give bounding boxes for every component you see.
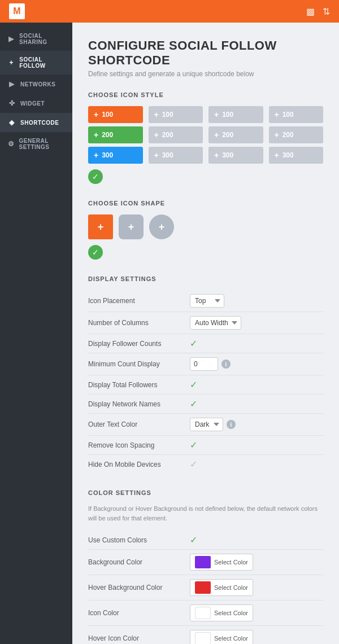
setting-icon-placement-value: TopLeftRight: [190, 294, 323, 308]
display-settings-section: Display Settings Icon Placement TopLeftR…: [88, 275, 323, 474]
sidebar-item-networks[interactable]: ▶ Networks: [0, 75, 72, 94]
setting-network-names-label: Display Network Names: [88, 400, 190, 408]
setting-hide-mobile-label: Hide On Mobile Devices: [88, 461, 190, 468]
hover-background-color-swatch: [195, 581, 211, 594]
outer-text-color-select[interactable]: DarkLight: [190, 418, 223, 431]
setting-icon-placement: Icon Placement TopLeftRight: [88, 290, 323, 312]
icon-btn-200-col3[interactable]: + 200: [208, 126, 263, 143]
sidebar-item-general-settings[interactable]: ⚙ General Settings: [0, 132, 72, 156]
icon-btn-300-col2[interactable]: + 300: [149, 147, 203, 164]
setting-icon-placement-label: Icon Placement: [88, 297, 190, 305]
network-names-check: ✓: [190, 398, 197, 409]
color-hover-background-value: Select Color: [190, 579, 323, 596]
num-columns-select[interactable]: Auto Width123: [190, 316, 241, 330]
color-use-custom-label: Use Custom Colors: [88, 536, 190, 544]
networks-icon: ▶: [8, 80, 16, 88]
hover-icon-color-btn[interactable]: Select Color: [190, 630, 253, 644]
background-color-btn[interactable]: Select Color: [190, 554, 253, 571]
icon-shape-title: Choose Icon Shape: [88, 200, 323, 207]
setting-min-count-label: Minimum Count Display: [88, 360, 190, 368]
icon-btn-100-col2[interactable]: + 100: [149, 106, 203, 123]
color-icon: Icon Color Select Color: [88, 601, 323, 626]
icon-shape-selected-check: ✓: [88, 245, 103, 260]
icon-style-col-2: + 100 + 200 + 300: [149, 106, 203, 164]
color-hover-background-label: Hover Background Color: [88, 584, 190, 592]
color-settings-title: Color Settings: [88, 489, 323, 496]
color-hover-icon: Hover Icon Color Select Color: [88, 626, 323, 644]
icon-btn-100-col3[interactable]: + 100: [208, 106, 263, 123]
icon-btn-200-col4[interactable]: + 200: [269, 126, 324, 143]
color-hover-background: Hover Background Color Select Color: [88, 575, 323, 601]
icon-color-btn[interactable]: Select Color: [190, 604, 253, 621]
setting-remove-spacing-value: ✓: [190, 440, 323, 450]
background-color-swatch: [195, 556, 211, 568]
color-background: Background Color Select Color: [88, 550, 323, 575]
hover-icon-color-swatch: [195, 632, 211, 644]
color-settings-note: If Background or Hover Background is not…: [88, 504, 323, 523]
user-settings-icon[interactable]: ⇅: [323, 6, 330, 17]
color-use-custom-value: ✓: [190, 535, 323, 545]
icon-placement-select[interactable]: TopLeftRight: [190, 294, 224, 308]
shape-btn-rounded[interactable]: +: [119, 214, 144, 239]
setting-outer-text-color-label: Outer Text Color: [88, 420, 190, 428]
settings-icon: ⚙: [8, 140, 15, 148]
shortcode-icon: ◈: [8, 119, 16, 126]
display-settings-title: Display Settings: [88, 275, 323, 282]
icon-btn-300-active[interactable]: + 300: [88, 147, 143, 164]
setting-min-count: Minimum Count Display i: [88, 353, 323, 375]
icon-style-col-4: + 100 + 200 + 300: [269, 106, 324, 164]
color-background-value: Select Color: [190, 554, 323, 571]
icon-shape-section: Choose Icon Shape + + + ✓: [88, 200, 323, 260]
setting-total-followers-label: Display Total Followers: [88, 381, 190, 389]
icon-style-check: ✓: [88, 169, 323, 184]
analytics-icon[interactable]: ▩: [306, 6, 315, 17]
follower-counts-check: ✓: [190, 338, 197, 349]
setting-num-columns-label: Number of Columns: [88, 319, 190, 327]
icon-style-col-1: + 100 + 200 + 300: [88, 106, 143, 164]
setting-num-columns: Number of Columns Auto Width123: [88, 312, 323, 334]
sidebar-item-social-follow[interactable]: + Social Follow: [0, 51, 72, 75]
icon-btn-100-col4[interactable]: + 100: [269, 106, 324, 123]
icon-style-grid: + 100 + 200 + 300 + 100 + 200 + 300 + 10…: [88, 106, 323, 164]
setting-remove-spacing-label: Remove Icon Spacing: [88, 441, 190, 449]
setting-follower-counts-label: Display Follower Counts: [88, 340, 190, 348]
icon-style-selected-check: ✓: [88, 169, 103, 184]
setting-outer-text-color: Outer Text Color DarkLight i: [88, 414, 323, 436]
icon-btn-300-col4[interactable]: + 300: [269, 147, 324, 164]
icon-btn-100-active[interactable]: + 100: [88, 106, 143, 123]
icon-btn-300-col3[interactable]: + 300: [208, 147, 263, 164]
min-count-info-icon[interactable]: i: [221, 360, 231, 369]
sharing-icon: ▶: [8, 35, 15, 43]
setting-follower-counts: Display Follower Counts ✓: [88, 334, 323, 353]
sidebar: ▶ Social Sharing + Social Follow ▶ Netwo…: [0, 23, 72, 644]
color-settings-section: Color Settings If Background or Hover Ba…: [88, 489, 323, 644]
shape-btn-circle[interactable]: +: [149, 214, 174, 239]
icon-style-section: Choose Icon Style + 100 + 200 + 300 + 10…: [88, 91, 323, 184]
sidebar-item-social-sharing[interactable]: ▶ Social Sharing: [0, 27, 72, 51]
setting-network-names-value: ✓: [190, 398, 323, 409]
sidebar-item-widget[interactable]: ✜ Widget: [0, 94, 72, 113]
setting-min-count-value: i: [190, 357, 323, 371]
color-icon-value: Select Color: [190, 604, 323, 621]
icon-color-swatch: [195, 607, 211, 619]
icon-btn-200-col2[interactable]: + 200: [149, 126, 203, 143]
total-followers-check: ✓: [190, 379, 197, 390]
page-subtitle: Define settings and generate a unique sh…: [88, 70, 323, 78]
setting-hide-mobile: Hide On Mobile Devices ✓: [88, 455, 323, 474]
shape-btn-square[interactable]: +: [88, 214, 113, 239]
sidebar-item-shortcode[interactable]: ◈ Shortcode: [0, 113, 72, 132]
icon-btn-200-active[interactable]: + 200: [88, 126, 143, 143]
remove-spacing-check: ✓: [190, 440, 197, 450]
min-count-input[interactable]: [190, 357, 218, 371]
icon-shape-check: ✓: [88, 245, 323, 260]
icon-style-col-3: + 100 + 200 + 300: [208, 106, 263, 164]
color-settings-table: Use Custom Colors ✓ Background Color Sel…: [88, 531, 323, 644]
widget-icon: ✜: [8, 99, 16, 107]
icon-shape-row: + + +: [88, 214, 323, 239]
setting-network-names: Display Network Names ✓: [88, 395, 323, 414]
outer-text-info-icon[interactable]: i: [227, 420, 236, 429]
main-content: Configure Social Follow Shortcode Define…: [72, 23, 339, 644]
page-title: Configure Social Follow Shortcode: [88, 38, 323, 68]
setting-hide-mobile-value: ✓: [190, 459, 323, 470]
hover-background-color-btn[interactable]: Select Color: [190, 579, 253, 596]
